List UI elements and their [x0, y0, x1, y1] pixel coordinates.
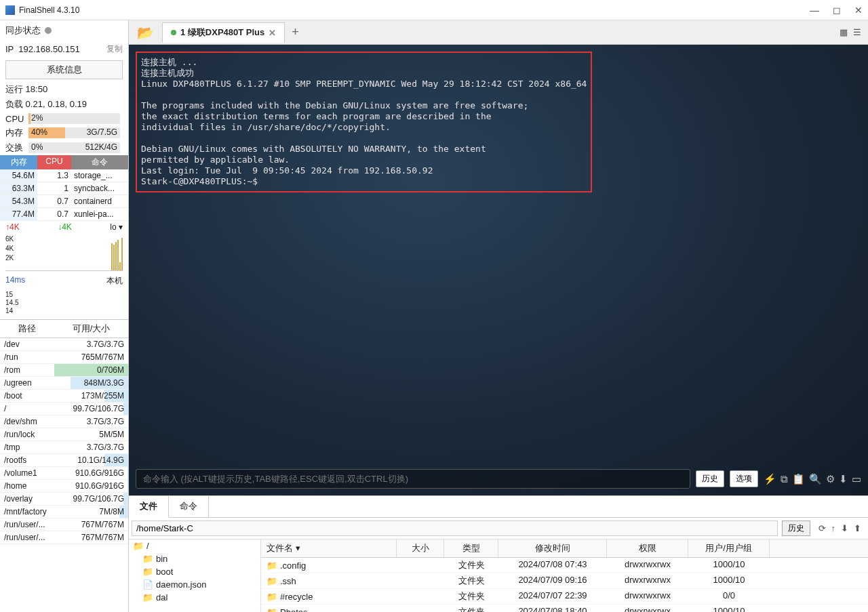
- history-button[interactable]: 历史: [696, 470, 724, 487]
- swap-bar: 交换 0%512K/4G: [0, 140, 128, 155]
- tabs-bar: 📂 1 绿联DXP480T Plus ✕ + ▦ ☰: [129, 20, 868, 45]
- tree-item[interactable]: 📁boot: [129, 565, 260, 578]
- disk-row[interactable]: /ugreen848M/3.9G: [0, 377, 128, 390]
- tree-item[interactable]: 📁/: [129, 539, 260, 552]
- disk-row[interactable]: /tmp3.7G/3.7G: [0, 441, 128, 454]
- path-input[interactable]: [132, 521, 778, 536]
- file-row[interactable]: 📁.ssh文件夹2024/07/09 09:16drwxrwxrwx1000/1…: [261, 573, 868, 589]
- grid-view-icon[interactable]: ▦: [840, 27, 848, 37]
- disk-row[interactable]: /boot173M/255M: [0, 390, 128, 403]
- mem-bar: 内存 40%3G/7.5G: [0, 125, 128, 140]
- tab-close-icon[interactable]: ✕: [269, 28, 276, 38]
- tree-item[interactable]: 📁dal: [129, 591, 260, 604]
- disk-row[interactable]: /dev3.7G/3.7G: [0, 338, 128, 351]
- ip-label: IP 192.168.50.151: [5, 44, 80, 54]
- minimize-button[interactable]: —: [810, 5, 819, 16]
- disk-row[interactable]: /run765M/767M: [0, 351, 128, 364]
- search-icon[interactable]: 🔍: [809, 474, 822, 485]
- disk-row[interactable]: /home910.6G/916G: [0, 480, 128, 493]
- disk-row[interactable]: /dev/shm3.7G/3.7G: [0, 415, 128, 428]
- sync-status: 同步状态: [0, 20, 128, 41]
- process-header: 内存 CPU 命令: [0, 155, 128, 169]
- disk-row[interactable]: /run/user/...767M/767M: [0, 531, 128, 544]
- open-folder-icon[interactable]: 📂: [129, 24, 162, 41]
- gear-icon[interactable]: ⚙: [826, 474, 835, 485]
- disk-row[interactable]: /volume1910.6G/916G: [0, 467, 128, 480]
- ping-stats: 14ms 本机: [0, 272, 128, 289]
- cpu-bar: CPU 2%: [0, 112, 128, 125]
- tab-commands[interactable]: 命令: [169, 496, 209, 517]
- net-chart: 6K4K2K: [5, 234, 123, 271]
- sysinfo-button[interactable]: 系统信息: [5, 60, 123, 79]
- tab-connection[interactable]: 1 绿联DXP480T Plus ✕: [162, 22, 285, 43]
- sidebar: 同步状态 IP 192.168.50.151 复制 系统信息 运行 18:50 …: [0, 20, 129, 612]
- add-tab-button[interactable]: +: [285, 25, 306, 39]
- path-history-button[interactable]: 历史: [782, 521, 810, 536]
- disk-row[interactable]: /run/lock5M/5M: [0, 428, 128, 441]
- copy-icon[interactable]: ⧉: [781, 474, 788, 485]
- download-file-icon[interactable]: ⬇: [841, 523, 848, 533]
- disk-row[interactable]: /99.7G/106.7G: [0, 403, 128, 415]
- tab-files[interactable]: 文件: [129, 496, 169, 518]
- disk-row[interactable]: /rootfs10.1G/14.9G: [0, 454, 128, 467]
- process-row[interactable]: 54.3M0.7containerd: [0, 195, 128, 208]
- net-interface-select[interactable]: lo ▾: [110, 222, 123, 232]
- upload-file-icon[interactable]: ⬆: [854, 523, 861, 533]
- sync-dot-icon: [45, 27, 52, 34]
- refresh-icon[interactable]: ⟳: [818, 523, 826, 533]
- disk-header: 路径 可用/大小: [0, 319, 128, 338]
- file-row[interactable]: 📁.config文件夹2024/07/08 07:43drwxrwxrwx100…: [261, 558, 868, 573]
- titlebar: FinalShell 4.3.10 — ◻ ✕: [0, 0, 868, 20]
- fullscreen-icon[interactable]: ▭: [852, 474, 861, 485]
- bottom-panel: 文件 命令 历史 ⟳ ↑ ⬇ ⬆ 📁/📁bin📁boot📄daemon.json…: [129, 495, 868, 612]
- command-input[interactable]: [136, 469, 690, 489]
- app-icon: [5, 5, 15, 15]
- disk-row[interactable]: /overlay99.7G/106.7G: [0, 493, 128, 506]
- process-row[interactable]: 77.4M0.7xunlei-pa...: [0, 208, 128, 221]
- status-dot-icon: [171, 30, 176, 35]
- menu-icon[interactable]: ☰: [853, 27, 861, 37]
- tree-item[interactable]: 📁bin: [129, 552, 260, 565]
- disk-row[interactable]: /mnt/factory7M/8M: [0, 506, 128, 518]
- tree-item[interactable]: 📄daemon.json: [129, 578, 260, 591]
- paste-icon[interactable]: 📋: [792, 474, 805, 485]
- options-button[interactable]: 选项: [730, 470, 758, 487]
- copy-button[interactable]: 复制: [106, 43, 123, 55]
- bolt-icon[interactable]: ⚡: [764, 474, 776, 485]
- maximize-button[interactable]: ◻: [833, 5, 841, 16]
- uptime-label: 运行 18:50: [0, 82, 128, 97]
- file-tree[interactable]: 📁/📁bin📁boot📄daemon.json📁dal: [129, 539, 261, 612]
- net-stats: ↑4K ↓4K lo ▾: [0, 221, 128, 233]
- file-row[interactable]: 📁Photos文件夹2024/07/08 18:40drwxrwxrwx1000…: [261, 605, 868, 612]
- disk-row[interactable]: /rom0/706M: [0, 364, 128, 377]
- app-title: FinalShell 4.3.10: [19, 5, 810, 15]
- close-button[interactable]: ✕: [854, 5, 863, 16]
- up-icon[interactable]: ↑: [831, 523, 836, 533]
- process-row[interactable]: 63.3M1syncback...: [0, 182, 128, 195]
- filelist-header[interactable]: 文件名 ▾ 大小 类型 修改时间 权限 用户/用户组: [261, 539, 868, 558]
- file-row[interactable]: 📁#recycle文件夹2024/07/07 22:39drwxrwxrwx0/…: [261, 589, 868, 605]
- load-label: 负载 0.21, 0.18, 0.19: [0, 97, 128, 112]
- disk-row[interactable]: /run/user/...767M/767M: [0, 518, 128, 531]
- terminal-output: 连接主机 ... 连接主机成功 Linux DXP480TPLUS 6.1.27…: [141, 57, 587, 187]
- process-row[interactable]: 54.6M1.3storage_...: [0, 169, 128, 182]
- ping-chart: 1514.514: [5, 291, 123, 318]
- download-icon[interactable]: ⬇: [839, 474, 848, 485]
- terminal[interactable]: 连接主机 ... 连接主机成功 Linux DXP480TPLUS 6.1.27…: [129, 45, 868, 495]
- ping-host-select[interactable]: 本机: [106, 275, 123, 287]
